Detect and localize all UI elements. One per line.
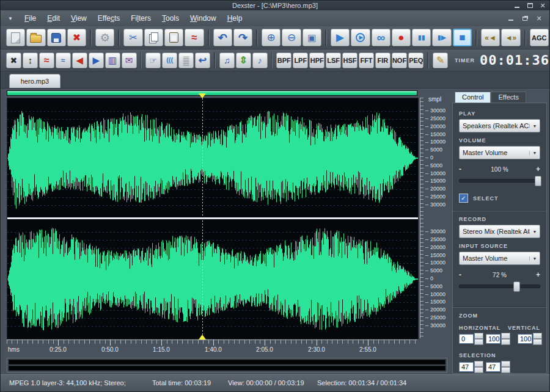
menu-item-file[interactable]: File [19,12,42,24]
fft-filter-button[interactable]: FFT [359,53,374,68]
envelope-button[interactable]: ✉ [122,53,137,68]
time-ruler[interactable]: hms 0:25.00:50.01:15.01:40.02:05.02:30.0… [7,339,449,355]
play-pause-button[interactable]: ▮▶ [432,29,451,46]
tab-control[interactable]: Control [455,92,491,103]
zoom-horizontal-end-spinner[interactable]: 100 [486,333,510,345]
cut-button[interactable]: ✂ [123,29,142,46]
tab-hero-mp3[interactable]: hero.mp3 [9,74,61,88]
selection-end-spinner[interactable]: 47 [486,361,510,373]
settings-button[interactable]: ⚙ [95,29,114,46]
echo-button[interactable]: ((( [162,53,177,68]
bpf-filter-button[interactable]: BPF [276,53,292,68]
volume-decrease[interactable]: - [459,165,466,173]
normalize-button[interactable]: ▥ [105,53,120,68]
input-level-slider[interactable] [459,281,540,291]
menu-item-window[interactable]: Window [185,12,222,24]
spinner-up-icon[interactable] [533,333,542,339]
spinner-down-icon[interactable] [501,367,510,373]
playhead-marker-bottom[interactable] [199,335,206,339]
lpf-filter-button[interactable]: LPF [293,53,308,68]
spinner-down-icon[interactable] [474,367,483,373]
input-slider-thumb[interactable] [513,281,520,292]
zoom-vertical-spinner[interactable]: 100 [518,333,542,345]
selection-start-spinner[interactable]: 47 [459,361,483,373]
copy-button[interactable] [144,29,163,46]
fade-in-button[interactable]: ◀ [72,53,87,68]
hpf-filter-button[interactable]: HPF [309,53,324,68]
input-source-select[interactable]: Master Volume ▼ [459,252,540,265]
redo-button[interactable]: ↷ [233,29,252,46]
input-decrease[interactable]: - [459,270,466,279]
insert-notes-button[interactable]: ♫ [219,53,235,68]
zoom-out-button[interactable]: ⊖ [282,29,301,46]
close-file-button[interactable]: ✖ [67,29,86,46]
menu-item-view[interactable]: View [65,12,92,24]
monitor-input-button[interactable]: «◄ [481,29,500,46]
amplitude-ruler[interactable]: smpl 30000250002000015000100005000050001… [420,98,449,338]
minimize-button[interactable] [513,2,521,10]
tab-effects[interactable]: Effects [491,92,526,103]
system-menu-caret-icon[interactable]: ▼ [8,16,13,21]
loop-button[interactable]: ∞ [372,29,391,46]
play-select-checkbox[interactable]: ✓ [459,194,468,203]
resample-button[interactable]: ⇕ [236,53,251,68]
monitor-output-button[interactable]: ◄» [501,29,520,46]
stop-button[interactable]: ■ [453,29,472,46]
zoom-selection-button[interactable]: ▣ [302,29,321,46]
mdi-restore-button[interactable] [521,15,529,23]
input-increase[interactable]: + [533,270,540,279]
open-file-button[interactable] [26,29,45,46]
volume-increase[interactable]: + [533,165,540,173]
mdi-minimize-button[interactable] [507,15,515,23]
menu-item-edit[interactable]: Edit [42,12,65,24]
peq-filter-button[interactable]: PEQ [408,53,424,68]
swap-channels-button[interactable]: ✖ [6,53,21,68]
play-button[interactable]: ▶ [331,29,350,46]
amplify-button[interactable]: ≈ [39,53,54,68]
audio-properties-button[interactable]: ♪ [252,53,268,68]
menu-item-effects[interactable]: Effects [92,12,125,24]
playhead-marker-top[interactable] [199,93,206,98]
spinner-down-icon[interactable] [533,339,542,345]
zoom-horizontal-start-spinner[interactable]: 0 [459,333,483,345]
waveform-canvas[interactable] [7,98,419,339]
mdi-close-button[interactable]: ✕ [535,15,543,23]
overview-position-bar[interactable] [7,90,417,96]
noise-reduction-button[interactable]: ▒ [178,53,194,68]
hsf-filter-button[interactable]: HSF [342,53,358,68]
volume-slider[interactable] [459,176,540,185]
menu-item-tools[interactable]: Tools [156,12,185,24]
edit-annotation-button[interactable]: ✎ [433,53,448,68]
lsf-filter-button[interactable]: LSF [326,53,341,68]
attenuate-button[interactable]: ≈ [56,53,71,68]
nof-filter-button[interactable]: NOF [392,53,407,68]
spinner-down-icon[interactable] [501,339,510,345]
new-file-button[interactable] [6,29,25,46]
zoom-in-button[interactable]: ⊕ [262,29,280,46]
agc-button[interactable]: AGC [530,29,549,46]
spinner-up-icon[interactable] [501,333,510,339]
volume-slider-thumb[interactable] [535,176,541,186]
fade-out-button[interactable]: ▶ [89,53,104,68]
play-all-button[interactable]: ▶ [351,29,370,46]
volume-device-select[interactable]: Master Volume ▼ [459,146,540,159]
paste-button[interactable] [164,29,183,46]
maximize-button[interactable] [526,2,534,10]
record-button[interactable]: ● [392,29,411,46]
menu-item-help[interactable]: Help [222,12,248,24]
vibrato-button[interactable]: ☞ [145,53,161,68]
save-file-button[interactable] [47,29,66,46]
spinner-down-icon[interactable] [474,339,483,345]
menu-item-filters[interactable]: Filters [125,12,156,24]
play-device-select[interactable]: Speakers (Realtek AC97 Au ▼ [459,119,540,132]
pause-button[interactable]: ▮▮ [412,29,431,46]
undo-button[interactable]: ↶ [213,29,232,46]
record-device-select[interactable]: Stereo Mix (Realtek AC97 A ▼ [459,225,540,238]
spinner-up-icon[interactable] [474,361,483,367]
reverse-button[interactable]: ↩ [195,53,210,68]
spinner-up-icon[interactable] [501,361,510,367]
spinner-up-icon[interactable] [474,333,483,339]
fir-filter-button[interactable]: FIR [375,53,391,68]
waveform-compare-button[interactable]: ≈ [185,29,204,46]
close-button[interactable]: ✕ [538,2,547,10]
